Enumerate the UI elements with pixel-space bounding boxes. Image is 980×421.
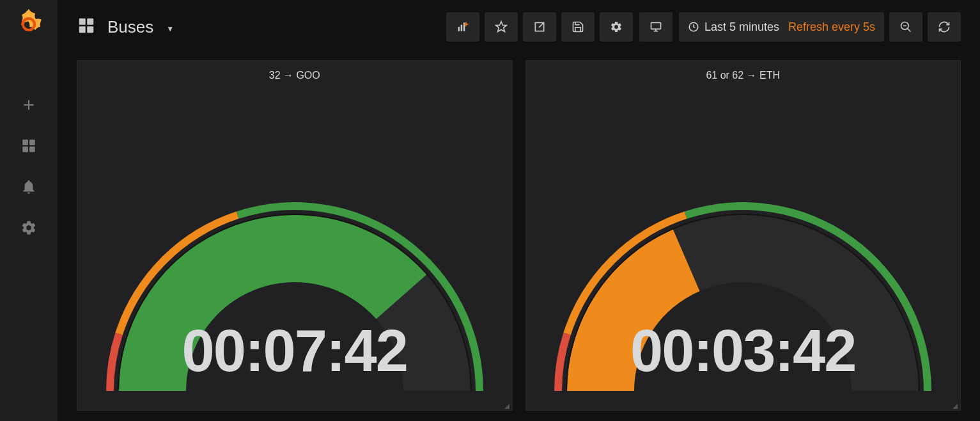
dashboard-title: Buses — [107, 17, 153, 37]
gauge-panel-1[interactable]: 61 or 62 → ETH 00:03:42 — [525, 60, 961, 411]
dashboard-picker[interactable]: Buses ▼ — [77, 16, 174, 38]
gauge-value: 00:07:42 — [77, 317, 512, 385]
resize-handle-icon[interactable] — [951, 402, 958, 409]
zoom-out-button[interactable] — [889, 12, 922, 42]
svg-rect-10 — [461, 25, 463, 31]
gauge-panel-0[interactable]: 32 → GOO 00:07:42 — [77, 60, 513, 411]
svg-rect-9 — [458, 27, 460, 31]
svg-line-20 — [908, 29, 911, 32]
sidebar — [0, 0, 58, 421]
svg-rect-7 — [79, 26, 86, 33]
svg-rect-1 — [22, 139, 28, 145]
svg-marker-14 — [496, 22, 507, 32]
svg-rect-3 — [22, 147, 28, 152]
panel-title: 32 → GOO — [269, 70, 320, 81]
svg-rect-2 — [29, 139, 35, 145]
panel-title: 61 or 62 → ETH — [706, 70, 780, 81]
resize-handle-icon[interactable] — [503, 402, 509, 409]
clock-icon — [688, 21, 699, 33]
caret-down-icon: ▼ — [166, 24, 174, 33]
topbar: Buses ▼ — [58, 0, 980, 54]
refresh-interval-text: Refresh every 5s — [788, 20, 875, 34]
gear-icon[interactable] — [20, 219, 38, 237]
panels-row: 32 → GOO 00:07:42 61 or 62 → ETH 00:03:4… — [58, 54, 980, 421]
refresh-button[interactable] — [928, 12, 961, 42]
svg-rect-15 — [651, 22, 660, 29]
svg-rect-6 — [87, 19, 93, 25]
dashboards-grid-icon — [77, 16, 96, 38]
dashboards-icon[interactable] — [20, 137, 38, 155]
gauge-wrap: 00:07:42 — [77, 81, 512, 410]
svg-rect-5 — [79, 19, 86, 25]
toolbar-group-1 — [446, 12, 633, 42]
svg-rect-4 — [29, 147, 35, 152]
svg-rect-8 — [87, 26, 93, 33]
save-button[interactable] — [561, 12, 595, 42]
time-range-label: Last 5 minutes — [688, 20, 779, 34]
gauge-value: 00:03:42 — [526, 317, 961, 385]
toolbar-group-2 — [639, 12, 673, 42]
time-range-button[interactable]: Last 5 minutes Refresh every 5s — [679, 12, 884, 42]
cycle-view-button[interactable] — [639, 12, 673, 42]
star-button[interactable] — [485, 12, 518, 42]
settings-button[interactable] — [600, 12, 633, 42]
svg-rect-13 — [464, 24, 469, 25]
time-range-text: Last 5 minutes — [704, 20, 779, 34]
main: Buses ▼ — [58, 0, 980, 421]
plus-icon[interactable] — [20, 96, 38, 114]
bell-icon[interactable] — [20, 178, 38, 196]
gauge-wrap: 00:03:42 — [526, 81, 961, 410]
grafana-logo-icon[interactable] — [13, 8, 44, 38]
share-button[interactable] — [523, 12, 556, 42]
add-panel-button[interactable] — [446, 12, 479, 42]
toolbar-group-3: Last 5 minutes Refresh every 5s — [679, 12, 961, 42]
